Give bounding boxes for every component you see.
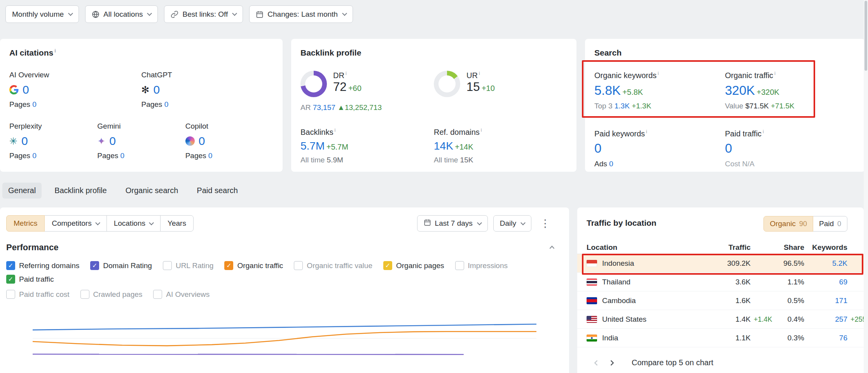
granularity-button[interactable]: Daily bbox=[493, 215, 531, 232]
ur-label: URi bbox=[466, 71, 495, 80]
chatgpt-count[interactable]: 0 bbox=[153, 83, 160, 96]
compare-top5-link[interactable]: Compare top 5 on chart bbox=[632, 358, 713, 367]
all-locations-label: All locations bbox=[103, 10, 143, 19]
keywords-link[interactable]: 171 bbox=[835, 296, 847, 305]
url-rating-block: URi 15 +10 bbox=[434, 71, 567, 112]
metric-toggle-paid-traffic[interactable]: ✓Paid traffic bbox=[6, 275, 54, 284]
metric-toggle-referring-domains[interactable]: ✓Referring domains bbox=[6, 261, 79, 270]
location-row-thailand[interactable]: Thailand 3.6K 1.1% 69 bbox=[577, 273, 864, 291]
all-locations-filter[interactable]: All locations bbox=[85, 5, 158, 23]
keywords-column-header[interactable]: Keywords bbox=[804, 243, 847, 252]
info-icon[interactable]: i bbox=[334, 127, 335, 133]
monthly-volume-filter[interactable]: Monthly volume bbox=[5, 5, 79, 23]
paid-traffic-value[interactable]: 0 bbox=[725, 141, 732, 155]
metric-toggle-impressions[interactable]: Impressions bbox=[455, 261, 508, 270]
paid-traffic-block: Paid traffici 0 Cost N/A bbox=[725, 129, 856, 169]
info-icon[interactable]: i bbox=[774, 71, 775, 76]
pages-count[interactable]: 0 bbox=[208, 152, 213, 160]
paid-keywords-value[interactable]: 0 bbox=[594, 141, 601, 155]
metric-toggle-organic-traffic-value[interactable]: Organic traffic value bbox=[294, 261, 372, 270]
metrics-button[interactable]: Metrics bbox=[6, 215, 45, 232]
ahrefs-rank-value[interactable]: 73,157 bbox=[313, 103, 335, 112]
changes-filter[interactable]: Changes: Last month bbox=[249, 5, 353, 23]
backlinks-value[interactable]: 5.7M bbox=[300, 140, 325, 152]
info-icon[interactable]: i bbox=[763, 129, 764, 134]
years-button[interactable]: Years bbox=[160, 215, 194, 232]
location-row-cambodia[interactable]: Cambodia 1.6K 0.5% 171 bbox=[577, 291, 864, 310]
pages-count[interactable]: 0 bbox=[32, 100, 37, 108]
traffic-column-header[interactable]: Traffic bbox=[685, 243, 751, 252]
pages-count[interactable]: 0 bbox=[120, 152, 124, 160]
keywords-link[interactable]: 5.2K bbox=[832, 259, 847, 267]
checkbox-icon: ✓ bbox=[6, 261, 15, 270]
value-change: +71.5K bbox=[771, 102, 795, 110]
alltime-value: 15K bbox=[460, 156, 473, 164]
info-icon[interactable]: i bbox=[346, 71, 347, 76]
metric-toggle-organic-traffic[interactable]: ✓Organic traffic bbox=[224, 261, 283, 270]
metric-toggle-organic-pages[interactable]: ✓Organic pages bbox=[383, 261, 444, 270]
scrollbar-thumb[interactable] bbox=[865, 1, 867, 71]
keywords-link[interactable]: 69 bbox=[839, 278, 847, 286]
info-icon[interactable]: i bbox=[646, 129, 647, 134]
traffic-value: 1.4K bbox=[735, 315, 751, 323]
chatgpt-stat: ChatGPT ✻ 0 Pages 0 bbox=[141, 71, 274, 109]
metric-toggle-domain-rating[interactable]: ✓Domain Rating bbox=[90, 261, 152, 270]
pages-count[interactable]: 0 bbox=[32, 152, 37, 160]
ur-change: +10 bbox=[482, 84, 495, 92]
more-options-button[interactable]: ⋮ bbox=[537, 217, 554, 230]
pages-label: Pages bbox=[9, 152, 30, 160]
copilot-count[interactable]: 0 bbox=[199, 134, 205, 148]
metric-toggle-paid-traffic-cost[interactable]: Paid traffic cost bbox=[6, 290, 70, 299]
ref-domains-label: Ref. domainsi bbox=[434, 127, 567, 137]
metric-toggles-row1: ✓Referring domains ✓Domain Rating URL Ra… bbox=[6, 261, 563, 284]
info-icon[interactable]: i bbox=[658, 71, 659, 76]
organic-keywords-value[interactable]: 5.8K bbox=[594, 83, 621, 98]
share-value: 0.4% bbox=[751, 315, 804, 324]
competitors-button[interactable]: Competitors bbox=[44, 215, 107, 232]
tab-general[interactable]: General bbox=[2, 183, 42, 199]
dr-change: +60 bbox=[348, 84, 362, 92]
collapse-section-button[interactable] bbox=[548, 244, 556, 251]
keywords-link[interactable]: 76 bbox=[839, 334, 847, 342]
metric-toggle-url-rating[interactable]: URL Rating bbox=[163, 261, 214, 270]
paid-toggle-button[interactable]: Paid0 bbox=[813, 216, 847, 232]
next-page-button[interactable] bbox=[608, 359, 616, 367]
checkbox-icon: ✓ bbox=[383, 261, 392, 270]
dr-donut-chart bbox=[300, 71, 327, 97]
tab-paid-search[interactable]: Paid search bbox=[191, 183, 244, 199]
metric-toggle-crawled-pages[interactable]: Crawled pages bbox=[80, 290, 143, 299]
ref-domains-value[interactable]: 14K bbox=[434, 140, 453, 152]
info-icon[interactable]: i bbox=[54, 48, 56, 54]
prev-page-button[interactable] bbox=[592, 359, 601, 367]
ai-overview-count[interactable]: 0 bbox=[23, 83, 29, 96]
performance-chart bbox=[33, 312, 536, 373]
location-row-united-states[interactable]: United States 1.4K+1.4K 0.4% 257+255 bbox=[577, 310, 864, 329]
location-row-indonesia[interactable]: Indonesia 309.2K 96.5% 5.2K bbox=[577, 254, 864, 273]
top3-value[interactable]: 1.3K bbox=[615, 102, 630, 110]
location-name: Thailand bbox=[602, 278, 630, 286]
location-column-header[interactable]: Location bbox=[587, 243, 685, 252]
tab-organic-search[interactable]: Organic search bbox=[120, 183, 184, 199]
ads-value[interactable]: 0 bbox=[609, 160, 613, 168]
gemini-stat: Gemini ✦ 0 Pages 0 bbox=[97, 122, 185, 160]
chevron-down-icon bbox=[147, 11, 152, 16]
share-column-header[interactable]: Share bbox=[751, 243, 804, 252]
organic-traffic-value[interactable]: 320K bbox=[725, 83, 755, 98]
share-value: 96.5% bbox=[751, 259, 804, 268]
alltime-label: All time bbox=[300, 156, 325, 164]
pages-label: Pages bbox=[141, 100, 162, 108]
info-icon[interactable]: i bbox=[479, 71, 480, 76]
pages-count[interactable]: 0 bbox=[164, 100, 169, 108]
info-icon[interactable]: i bbox=[481, 127, 482, 133]
date-range-button[interactable]: Last 7 days bbox=[417, 215, 488, 232]
locations-button[interactable]: Locations bbox=[107, 215, 161, 232]
metric-toggle-ai-overviews[interactable]: AI Overviews bbox=[153, 290, 210, 299]
keywords-link[interactable]: 257 bbox=[835, 315, 847, 323]
traffic-value: 1.6K bbox=[735, 296, 751, 305]
gemini-count[interactable]: 0 bbox=[109, 134, 116, 148]
location-row-india[interactable]: India 1.1K 0.3% 76 bbox=[577, 329, 864, 347]
best-links-filter[interactable]: Best links: Off bbox=[164, 5, 243, 23]
perplexity-count[interactable]: 0 bbox=[21, 134, 28, 148]
tab-backlink-profile[interactable]: Backlink profile bbox=[49, 183, 113, 199]
organic-toggle-button[interactable]: Organic90 bbox=[763, 216, 813, 232]
